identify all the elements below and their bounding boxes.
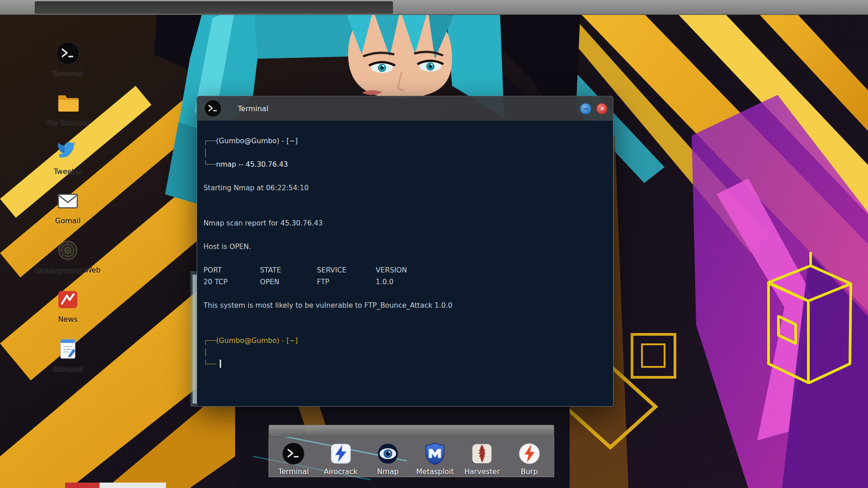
prompt2-input[interactable]: └── xyxy=(203,358,604,370)
col-version: VERSION xyxy=(376,264,604,276)
web-emblem-icon xyxy=(56,239,80,262)
desktop-icon-terminal[interactable]: Terminal xyxy=(38,42,98,77)
cell-service: FTP xyxy=(317,276,376,288)
dock-handle[interactable] xyxy=(269,425,554,437)
shield-icon xyxy=(424,442,446,465)
dock-item-label: Nmap xyxy=(377,467,399,476)
nmap-start-line: Starting Nmap at 06:22:54:10 xyxy=(203,182,604,194)
cell-state: OPEN xyxy=(260,276,317,288)
dock-item-label: Metasploit xyxy=(416,467,454,476)
prompt2-mid: │ xyxy=(203,347,604,358)
dock-item-harvester[interactable]: Harvester xyxy=(459,442,505,477)
prompt-frame: └── xyxy=(203,360,216,368)
desktop-icon-news[interactable]: News xyxy=(38,288,98,324)
taskbar-window-area xyxy=(35,1,393,14)
terminal-icon xyxy=(282,442,305,465)
desktop-icon-notepad[interactable]: Notepad xyxy=(38,337,98,373)
burp-icon xyxy=(518,442,541,465)
prompt-frame: │ xyxy=(203,348,208,357)
dock-item-burp[interactable]: Burp xyxy=(507,442,552,477)
terminal-icon xyxy=(56,42,80,65)
dock-item-label: Terminal xyxy=(278,467,309,476)
prompt-frame: └── xyxy=(203,160,216,169)
dock-item-nmap[interactable]: Nmap xyxy=(365,442,410,477)
news-icon xyxy=(56,288,80,311)
desktop-icon-underground-web[interactable]: Underground Web xyxy=(38,239,98,274)
top-taskbar xyxy=(0,0,868,15)
col-port: PORT xyxy=(203,264,260,276)
folder-icon xyxy=(56,91,80,114)
command-text: nmap -- 45.30.76.43 xyxy=(216,160,288,169)
host-status-line: Host is OPEN. xyxy=(203,241,604,253)
col-service: SERVICE xyxy=(317,264,376,276)
prompt-frame: │ xyxy=(203,149,208,157)
prompt-frame: ┌── xyxy=(203,137,216,145)
nmap-report-line: Nmap scan report for 45.30.76.43 xyxy=(203,217,604,229)
prompt-user: (Gumbo@Gumbo) - [~] xyxy=(216,137,298,145)
minimize-button[interactable]: − xyxy=(580,103,591,114)
window-title: Terminal xyxy=(238,104,269,113)
close-icon: ✕ xyxy=(599,105,604,112)
cell-port: 20 TCP xyxy=(203,276,260,288)
prompt1-top: ┌──(Gumbo@Gumbo) - [~] xyxy=(203,135,604,147)
minimize-icon: − xyxy=(583,105,588,112)
vulnerability-line: This system is most likely to be vulnera… xyxy=(203,300,604,311)
terminal-window: Terminal − ✕ ┌──(Gumbo@Gumbo) - [~] │ └─… xyxy=(197,96,613,407)
dock-item-label: Burp xyxy=(521,467,538,476)
dock-item-metasploit[interactable]: Metasploit xyxy=(412,442,458,477)
port-table-header: PORT STATE SERVICE VERSION xyxy=(203,264,604,276)
desktop: Terminal File Browser Tweeter Gomail Und xyxy=(0,0,868,488)
dock-item-label: Harvester xyxy=(464,467,500,476)
airocrack-icon xyxy=(330,442,352,465)
prompt-user: (Gumbo@Gumbo) - [~] xyxy=(216,337,298,345)
dock-items: Terminal Airocrack Nmap Metasploit xyxy=(269,437,554,477)
feather-icon xyxy=(471,442,493,465)
terminal-body[interactable]: ┌──(Gumbo@Gumbo) - [~] │ └──nmap -- 45.3… xyxy=(197,121,613,407)
eye-icon xyxy=(377,442,399,465)
desktop-icon-column: Terminal File Browser Tweeter Gomail Und xyxy=(38,42,98,373)
cell-version: 1.0.0 xyxy=(376,276,604,288)
desktop-icon-tweeter[interactable]: Tweeter xyxy=(38,140,98,176)
prompt-frame: ┌── xyxy=(203,337,216,345)
notepad-icon xyxy=(56,337,80,361)
dock-item-label: Airocrack xyxy=(324,467,358,476)
prompt1-command: └──nmap -- 45.30.76.43 xyxy=(203,159,604,170)
prompt1-mid: │ xyxy=(203,147,604,159)
bird-icon xyxy=(56,140,80,164)
dock-item-terminal[interactable]: Terminal xyxy=(271,442,316,477)
envelope-icon xyxy=(56,189,80,213)
desktop-icon-label: Terminal xyxy=(52,69,83,77)
desktop-icon-label: File Browser xyxy=(46,118,90,127)
desktop-icon-gomail[interactable]: Gomail xyxy=(38,189,98,225)
text-cursor xyxy=(220,360,221,368)
port-table-row: 20 TCP OPEN FTP 1.0.0 xyxy=(203,276,604,288)
desktop-icon-label: Underground Web xyxy=(35,266,101,274)
dock-item-airocrack[interactable]: Airocrack xyxy=(318,442,363,477)
desktop-icon-label: News xyxy=(58,315,77,324)
prompt2-top: ┌──(Gumbo@Gumbo) - [~] xyxy=(203,335,604,347)
col-state: STATE xyxy=(260,264,317,276)
close-button[interactable]: ✕ xyxy=(596,103,608,114)
desktop-icon-file-browser[interactable]: File Browser xyxy=(38,91,98,127)
terminal-icon xyxy=(204,100,222,117)
desktop-icon-label: Notepad xyxy=(52,364,83,373)
terminal-titlebar[interactable]: Terminal − ✕ xyxy=(197,96,613,121)
desktop-icon-label: Gomail xyxy=(55,216,80,225)
desktop-icon-label: Tweeter xyxy=(54,167,82,176)
dock: Terminal Airocrack Nmap Metasploit xyxy=(269,425,554,477)
